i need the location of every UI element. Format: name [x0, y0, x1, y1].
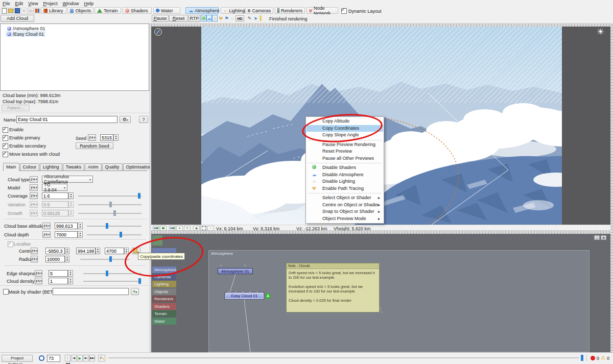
cloud-density-input[interactable]: [49, 278, 68, 284]
tab-quality[interactable]: Quality: [102, 163, 123, 171]
node-atmosphere-01[interactable]: Atmosphere 01: [218, 268, 253, 274]
variation-slider[interactable]: [78, 201, 142, 208]
refresh-icon[interactable]: ↻: [184, 226, 191, 231]
pen-icon[interactable]: ✎: [247, 15, 252, 21]
radius-slider[interactable]: [80, 256, 129, 262]
coverage-slider[interactable]: [78, 192, 142, 199]
centre-x-spinner[interactable]: ▲▼: [65, 248, 69, 254]
menu-object-preview-mode[interactable]: Object Preview Mode▸: [306, 215, 383, 223]
edge-sharpness-input[interactable]: [49, 270, 68, 277]
menu-copy-coordinates[interactable]: Copy Coordinates: [306, 125, 383, 132]
menu-window[interactable]: Window: [60, 0, 81, 7]
tab-tweaks[interactable]: Tweaks: [63, 163, 85, 171]
tab-lighting[interactable]: ☼ Lighting: [221, 7, 244, 14]
menu-file[interactable]: File: [0, 0, 13, 7]
menu-select-object-or-shader[interactable]: Select Object or Shader▸: [306, 195, 383, 202]
yellow-tool-icon[interactable]: ▍: [259, 15, 265, 21]
curve-icon[interactable]: /: [207, 226, 214, 231]
mask-by-shader-checkbox[interactable]: [3, 289, 9, 295]
frame-lock-button[interactable]: F: [98, 355, 105, 361]
camera-view-icon[interactable]: [153, 226, 159, 231]
menu-disable-lighting[interactable]: ☼ Disable Lighting: [306, 178, 383, 185]
tab-main[interactable]: Main: [3, 163, 19, 171]
toggle-lighting-icon[interactable]: ☼: [212, 15, 218, 21]
variation-input[interactable]: [42, 201, 68, 208]
enable-checkbox[interactable]: [3, 127, 8, 133]
render-view-icon[interactable]: [160, 226, 167, 231]
menu-snap-to-object-or-shader[interactable]: Snap to Object or Shader▸: [306, 208, 383, 215]
dynamic-layout-toggle[interactable]: Dynamic Layout: [341, 8, 382, 14]
pattern-button[interactable]: Pattern...: [2, 105, 30, 111]
panel-maximize-button[interactable]: ▣: [601, 235, 606, 240]
model-function-button[interactable]: [30, 184, 38, 191]
pause-button[interactable]: Pause: [152, 15, 169, 22]
centre-x-input[interactable]: [45, 248, 65, 254]
centre-z-input[interactable]: [105, 248, 124, 254]
menu-project[interactable]: Project: [40, 0, 60, 7]
blue-tool-icon[interactable]: ➤: [253, 15, 258, 21]
cloud-density-function-button[interactable]: [35, 278, 42, 284]
save-file-icon[interactable]: [14, 8, 20, 14]
render-icon[interactable]: R: [21, 8, 27, 14]
random-seed-button[interactable]: Random Seed: [76, 142, 113, 149]
flag-icon[interactable]: ⚑: [224, 15, 229, 21]
menu-edit[interactable]: Edit: [13, 0, 26, 7]
reset-button[interactable]: Reset: [169, 15, 188, 22]
settings-gear-button[interactable]: ⚙▾: [120, 116, 131, 123]
centre-y-spinner[interactable]: ▲▼: [96, 248, 100, 254]
warning-icon[interactable]: ⚠: [601, 355, 605, 360]
loop-icon[interactable]: ◌: [229, 15, 235, 21]
variation-spinner[interactable]: ▲▼: [68, 201, 74, 208]
panel-restore-button[interactable]: ▢: [594, 235, 600, 240]
navigation-globe-icon[interactable]: [154, 28, 162, 36]
tab-shaders[interactable]: Shaders: [123, 7, 152, 14]
node-easy-cloud-01[interactable]: Easy Cloud 01: [225, 293, 264, 299]
growth-function-button[interactable]: [30, 210, 38, 216]
menu-pause-all-other-previews[interactable]: Pause all Other Previews: [306, 155, 383, 162]
3d-icon[interactable]: 3D: [28, 8, 34, 14]
sun-position-widget[interactable]: ☀: [597, 28, 604, 37]
note-clouds[interactable]: Note - Clouds Drift speed m/s = 5 looks …: [286, 263, 380, 312]
tab-cameras[interactable]: Cameras: [245, 7, 273, 14]
tab-library[interactable]: Library: [41, 7, 66, 14]
cloud-depth-function-button[interactable]: [42, 231, 51, 238]
palette-terrain[interactable]: Terrain: [152, 310, 176, 317]
enable-primary-checkbox[interactable]: [3, 135, 8, 141]
tree-item-atmosphere[interactable]: /Atmosphere 01: [6, 26, 47, 31]
play-button[interactable]: ▶: [77, 355, 83, 361]
camera-select-icon[interactable]: [169, 226, 176, 231]
rtp-button[interactable]: RTP: [188, 15, 200, 22]
hd-button[interactable]: HD: [235, 15, 244, 21]
node-network-panel[interactable]: Atmosphere Atmosphere Cameras Lighting O…: [151, 234, 613, 352]
tab-water[interactable]: Water: [153, 7, 180, 14]
localise-checkbox[interactable]: [8, 241, 13, 247]
timeline-thumb[interactable]: [581, 355, 583, 361]
radius-spinner[interactable]: ▲▼: [65, 256, 69, 262]
selection-box-icon[interactable]: [200, 226, 207, 231]
eye-icon[interactable]: ◉: [193, 226, 200, 231]
tab-lighting[interactable]: Lighting: [40, 163, 62, 171]
seed-function-button[interactable]: [88, 134, 96, 141]
name-input[interactable]: [16, 116, 117, 123]
move-textures-checkbox[interactable]: [3, 152, 8, 157]
toggle-shaders-icon[interactable]: [201, 15, 206, 21]
cloud-base-function-button[interactable]: [42, 223, 51, 229]
timeline-track[interactable]: [108, 357, 579, 358]
coverage-spinner[interactable]: ▲▼: [68, 192, 74, 199]
mask-shader-input[interactable]: [53, 288, 129, 295]
palette-icon[interactable]: [34, 8, 40, 14]
edge-sharpness-function-button[interactable]: [35, 270, 42, 277]
cloud-depth-input[interactable]: [55, 231, 78, 238]
add-cloud-layer-button[interactable]: Add Cloud Layer ▾: [1, 15, 34, 22]
tree-item-easy-cloud[interactable]: /Easy Cloud 01: [6, 31, 45, 37]
next-frame-button[interactable]: ▶|: [83, 355, 89, 361]
growth-input[interactable]: [42, 210, 68, 216]
menu-view[interactable]: View: [26, 0, 40, 7]
palette-atmosphere[interactable]: Atmosphere: [152, 266, 176, 273]
palette-objects[interactable]: Objects: [152, 288, 176, 295]
growth-slider[interactable]: [78, 210, 142, 216]
cloud-base-altitude-input[interactable]: [55, 223, 78, 229]
edge-sharpness-spinner[interactable]: ▲▼: [68, 270, 73, 277]
go-to-end-button[interactable]: ▶▶|: [89, 355, 95, 361]
variation-function-button[interactable]: [30, 201, 38, 208]
